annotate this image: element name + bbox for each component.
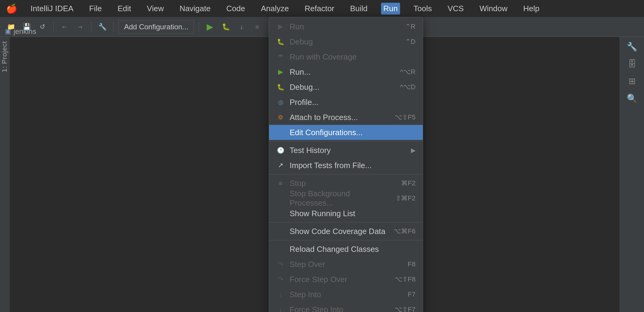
run-button[interactable]: ▶ <box>204 21 216 33</box>
menu-item-reload-classes[interactable]: Reload Changed Classes <box>269 242 423 257</box>
toolbar-separator-3 <box>113 21 113 32</box>
coverage-data-shortcut: ⌥⌘F6 <box>393 227 416 235</box>
force-step-into-label: Force Step Into <box>290 305 390 312</box>
step-into-shortcut: F7 <box>408 291 416 298</box>
profile-label: Profile... <box>290 98 411 107</box>
coverage-icon: ☂ <box>276 53 285 61</box>
apple-menu[interactable]: 🍎 <box>6 3 17 14</box>
test-history-icon: 🕐 <box>276 147 285 154</box>
menu-item-force-step-into[interactable]: ↓ Force Step Into ⌥⇧F7 <box>269 302 423 312</box>
sidebar-project-tab[interactable]: 1: Project <box>1 37 8 76</box>
step-over-icon: ↷ <box>276 260 285 268</box>
step-into-icon: ↓ <box>276 291 285 298</box>
menu-file[interactable]: File <box>87 3 104 15</box>
menu-window[interactable]: Window <box>477 3 510 15</box>
profile-icon: ◎ <box>276 99 285 106</box>
menu-separator-4 <box>269 240 423 240</box>
menu-item-profile[interactable]: ◎ Profile... <box>269 95 423 110</box>
stop-bg-label: Stop Background Processes... <box>290 189 391 208</box>
attach-label: Attach to Process... <box>290 113 390 122</box>
stop-label: Stop <box>290 179 396 188</box>
step-into-label: Step Into <box>290 290 403 299</box>
menu-item-show-running[interactable]: Show Running List <box>269 206 423 221</box>
reload-label: Reload Changed Classes <box>290 245 411 254</box>
run-dialog-icon: ▶ <box>276 68 285 76</box>
show-running-label: Show Running List <box>290 209 411 218</box>
debug-icon: 🐛 <box>276 38 285 45</box>
debug-shortcut: ⌃D <box>405 38 416 46</box>
edit-configs-label: Edit Configurations... <box>290 128 411 137</box>
debug-dialog-label: Debug... <box>290 83 395 92</box>
import-tests-icon: ↗ <box>276 161 285 169</box>
structure-button[interactable]: 🔧 <box>96 21 108 33</box>
import-tests-label: Import Tests from File... <box>290 161 411 170</box>
menu-code[interactable]: Code <box>224 3 248 15</box>
menu-item-edit-configs[interactable]: Edit Configurations... <box>269 125 423 140</box>
menu-item-run-dialog[interactable]: ▶ Run... ^⌥R <box>269 64 423 80</box>
menu-item-step-over[interactable]: ↷ Step Over F8 <box>269 257 423 272</box>
run-shortcut: ⌃R <box>405 23 416 31</box>
menu-item-force-step-over[interactable]: ↷ Force Step Over ⌥⇧F8 <box>269 272 423 287</box>
right-icon-database[interactable]: 🗄 <box>628 59 636 69</box>
menu-item-debug-dialog[interactable]: 🐛 Debug... ^⌥D <box>269 80 423 95</box>
menu-item-debug[interactable]: 🐛 Debug ⌃D <box>269 34 423 49</box>
force-step-into-icon: ↓ <box>276 306 285 312</box>
toolbar-separator-5 <box>268 21 268 32</box>
menu-item-step-into[interactable]: ↓ Step Into F7 <box>269 287 423 302</box>
toolbar-separator-2 <box>91 21 91 32</box>
menu-separator-3 <box>269 222 423 223</box>
stop-bg-shortcut: ⇧⌘F2 <box>396 194 416 202</box>
force-step-over-label: Force Step Over <box>290 275 390 284</box>
menu-item-run-coverage[interactable]: ☂ Run with Coverage <box>269 49 423 64</box>
menu-bar: 🍎 IntelliJ IDEA File Edit View Navigate … <box>0 0 644 17</box>
menu-vcs[interactable]: VCS <box>445 3 466 15</box>
menu-refactor[interactable]: Refactor <box>302 3 337 15</box>
menu-item-run[interactable]: ▶ Run ⌃R <box>269 19 423 34</box>
right-icon-layout[interactable]: ⊞ <box>629 76 636 86</box>
attach-shortcut: ⌥⇧F5 <box>395 113 416 121</box>
step-over-label: Step Over <box>290 260 403 269</box>
force-step-over-icon: ↷ <box>276 275 285 283</box>
menu-item-import-tests[interactable]: ↗ Import Tests from File... <box>269 158 423 173</box>
right-icon-search[interactable]: 🔍 <box>627 93 637 103</box>
coverage-button[interactable]: ↓ <box>235 21 248 33</box>
menu-help[interactable]: Help <box>521 3 542 15</box>
test-history-label: Test History <box>290 146 406 155</box>
menu-item-stop-bg[interactable]: Stop Background Processes... ⇧⌘F2 <box>269 191 423 206</box>
refresh-button[interactable]: ↺ <box>36 21 48 33</box>
attach-icon: ⚙ <box>276 114 285 121</box>
run-coverage-label: Run with Coverage <box>290 52 411 62</box>
sidebar-vertical-label[interactable]: 1: Project <box>0 37 9 312</box>
menu-item-coverage-data[interactable]: Show Code Coverage Data ⌥⌘F6 <box>269 224 423 239</box>
right-icon-wrench[interactable]: 🔧 <box>627 42 637 52</box>
menu-item-test-history[interactable]: 🕐 Test History ▶ <box>269 143 423 158</box>
forward-button[interactable]: → <box>74 21 86 33</box>
menu-edit[interactable]: Edit <box>115 3 134 15</box>
submenu-arrow-icon: ▶ <box>411 147 416 154</box>
run-label: Run <box>290 22 400 31</box>
add-configuration-button[interactable]: Add Configuration... <box>118 20 194 34</box>
menu-build[interactable]: Build <box>348 3 370 15</box>
back-button[interactable]: ← <box>58 21 71 33</box>
force-step-into-shortcut: ⌥⇧F7 <box>395 306 416 312</box>
menu-analyze[interactable]: Analyze <box>258 3 291 15</box>
menu-view[interactable]: View <box>144 3 166 15</box>
stop-icon: ■ <box>276 179 285 187</box>
menu-tools[interactable]: Tools <box>411 3 434 15</box>
debug-dialog-icon: 🐛 <box>276 83 285 91</box>
menu-run[interactable]: Run <box>381 3 400 15</box>
menu-item-stop[interactable]: ■ Stop ⌘F2 <box>269 176 423 191</box>
menu-navigate[interactable]: Navigate <box>177 3 213 15</box>
run-dialog-label: Run... <box>290 67 395 77</box>
menu-separator-1 <box>269 141 423 141</box>
force-step-over-shortcut: ⌥⇧F8 <box>395 275 416 283</box>
debug-toolbtn[interactable]: 🐛 <box>220 21 232 33</box>
menu-item-attach-process[interactable]: ⚙ Attach to Process... ⌥⇧F5 <box>269 110 423 125</box>
debug-dialog-shortcut: ^⌥D <box>400 83 416 91</box>
stop-button[interactable]: ■ <box>251 21 263 33</box>
menu-intellij[interactable]: IntelliJ IDEA <box>28 3 76 15</box>
window-label-bar: ▣ jenkins <box>5 27 36 36</box>
toolbar-separator-4 <box>199 21 199 32</box>
toolbar-separator-1 <box>53 21 54 32</box>
project-window-label: jenkins <box>14 27 36 36</box>
